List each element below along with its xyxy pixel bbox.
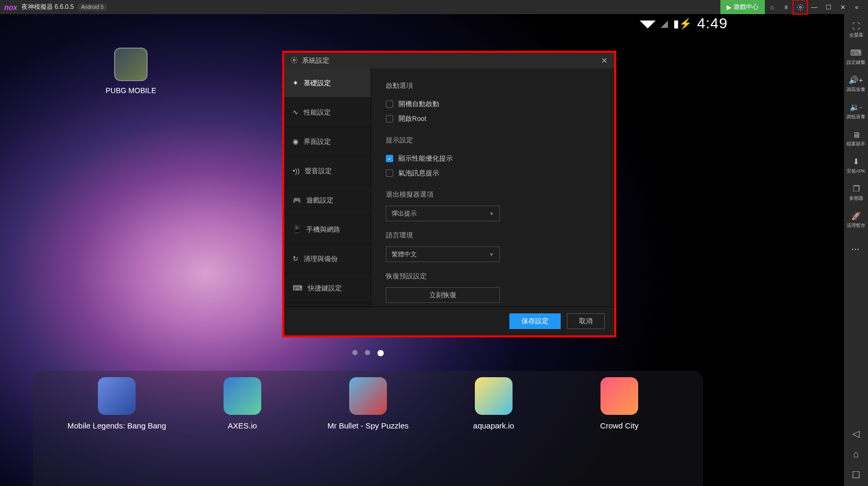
tab-icon: •)) xyxy=(293,167,299,175)
dialog-header: 系統設定 ✕ xyxy=(284,53,614,69)
settings-tab-7[interactable]: ⌨快捷鍵設定 xyxy=(284,274,371,303)
toolbar-label: 調低音量 xyxy=(847,114,865,120)
settings-tab-1[interactable]: ∿性能設定 xyxy=(284,98,371,127)
pubg-label: PUBG MOBILE xyxy=(94,86,168,95)
settings-tab-4[interactable]: 🎮遊戲設定 xyxy=(284,186,371,215)
annotation-arrow xyxy=(623,30,630,37)
collapse-sidebar-icon[interactable]: « xyxy=(850,0,864,14)
settings-tab-5[interactable]: 📱手機與網路 xyxy=(284,215,371,244)
right-toolbar: ⛶全螢幕⌨設定鍵盤🔊+調高音量🔉-調低音量🖥檔案助手⬇安裝APK❐多開器🚀清理暫… xyxy=(844,14,868,486)
dialog-content: 啟動選項 開機自動啟動 開啟Root 提示設定 ✓顯示性能優化提示 氣泡訊息提示… xyxy=(371,69,614,307)
dock-item-4[interactable]: Crowd City xyxy=(567,377,672,486)
cancel-button[interactable]: 取消 xyxy=(567,313,605,329)
checkbox-root[interactable]: 開啟Root xyxy=(386,111,599,126)
minimize-icon[interactable]: — xyxy=(807,0,821,14)
app-icon-pubg[interactable]: PUBG MOBILE xyxy=(94,48,168,95)
maximize-icon[interactable]: ☐ xyxy=(821,0,836,14)
tab-icon: ✶ xyxy=(293,79,298,87)
toolbar-icon: 🔊+ xyxy=(849,75,863,85)
toolbar-more[interactable]: ••• xyxy=(844,237,868,262)
toolbar-label: 安裝APK xyxy=(847,168,865,175)
dock-app-icon xyxy=(98,377,136,415)
settings-tab-6[interactable]: ↻清理與備份 xyxy=(284,244,371,274)
toolbar-item-1[interactable]: ⌨設定鍵盤 xyxy=(844,44,868,70)
select-exit-option[interactable]: 彈出提示▼ xyxy=(386,206,500,221)
tab-icon: 📱 xyxy=(293,225,301,233)
toolbar-icon: ⬇ xyxy=(853,157,860,166)
home-icon[interactable]: ⌂ xyxy=(853,449,859,460)
dialog-close-icon[interactable]: ✕ xyxy=(601,56,608,65)
system-settings-dialog: 系統設定 ✕ ✶基礎設定∿性能設定◉界面設定•))聲音設定🎮遊戲設定📱手機與網路… xyxy=(284,53,614,335)
dock-app-icon xyxy=(224,377,261,415)
dock-item-2[interactable]: Mr Bullet - Spy Puzzles xyxy=(316,377,420,486)
dock-app-icon xyxy=(600,377,638,415)
close-window-icon[interactable]: ✕ xyxy=(836,0,850,14)
chevron-down-icon: ▼ xyxy=(489,211,494,217)
toolbar-item-0[interactable]: ⛶全螢幕 xyxy=(844,17,868,42)
gear-icon xyxy=(291,56,298,65)
toolbar-item-4[interactable]: 🖥檔案助手 xyxy=(844,126,868,151)
menu-icon[interactable]: ≡ xyxy=(779,0,793,14)
save-button[interactable]: 保存設定 xyxy=(509,313,561,329)
tab-icon: ↻ xyxy=(293,255,298,263)
settings-tab-0[interactable]: ✶基礎設定 xyxy=(284,69,371,98)
dock-app-label: Crowd City xyxy=(567,421,672,430)
dock-app-icon xyxy=(349,377,387,415)
toolbar-item-6[interactable]: ❐多開器 xyxy=(844,180,868,206)
settings-tab-3[interactable]: •))聲音設定 xyxy=(284,156,371,186)
toolbar-item-5[interactable]: ⬇安裝APK xyxy=(844,153,868,178)
settings-icon[interactable] xyxy=(793,0,807,14)
page-indicator[interactable] xyxy=(352,350,384,356)
tab-icon: ◉ xyxy=(293,138,298,145)
recent-icon[interactable]: ☐ xyxy=(852,469,860,481)
section-reset: 恢復預設設定 xyxy=(386,272,599,281)
tab-icon: ∿ xyxy=(293,108,298,116)
section-startup: 啟動選項 xyxy=(386,81,599,91)
clock: 4:49 xyxy=(697,15,728,32)
toolbar-label: 設定鍵盤 xyxy=(847,59,865,66)
dock-item-0[interactable]: Mobile Legends: Bang Bang xyxy=(64,377,169,486)
toolbar-label: 清理暫存 xyxy=(847,222,865,229)
game-center-button[interactable]: ▶ 遊戲中心 xyxy=(720,0,765,14)
toolbar-icon: ❐ xyxy=(853,184,860,194)
dock-app-icon xyxy=(475,377,513,415)
dock-app-label: aquapark.io xyxy=(441,421,546,430)
toolbar-icon: 🖥 xyxy=(852,130,860,139)
toolbar-icon: 🚀 xyxy=(851,211,861,221)
chevron-down-icon: ▼ xyxy=(489,252,494,257)
signal-icon: ◢ xyxy=(661,18,668,29)
tab-icon: 🎮 xyxy=(293,196,301,204)
play-icon: ▶ xyxy=(727,4,731,11)
toolbar-item-3[interactable]: 🔉-調低音量 xyxy=(844,99,868,124)
dock-item-3[interactable]: aquapark.io xyxy=(441,377,546,486)
battery-icon: ▮⚡ xyxy=(673,17,692,30)
reset-button[interactable]: 立刻恢復 xyxy=(386,287,500,303)
dock: Mobile Legends: Bang BangAXES.ioMr Bulle… xyxy=(33,371,703,486)
window-titlebar: nox 夜神模擬器 6.6.0.5 Android 5 ▶ 遊戲中心 ⌂ ≡ —… xyxy=(0,0,868,14)
dialog-title: 系統設定 xyxy=(302,56,329,65)
dock-app-label: Mr Bullet - Spy Puzzles xyxy=(316,421,420,430)
checkbox-perf-hint[interactable]: ✓顯示性能優化提示 xyxy=(386,151,599,166)
toolbar-item-7[interactable]: 🚀清理暫存 xyxy=(844,208,868,233)
toolbar-label: 調高音量 xyxy=(847,86,865,93)
svg-line-2 xyxy=(628,34,630,37)
select-language[interactable]: 繁體中文▼ xyxy=(386,246,500,262)
checkbox-bubble-hint[interactable]: 氣泡訊息提示 xyxy=(386,166,599,180)
settings-tab-2[interactable]: ◉界面設定 xyxy=(284,127,371,156)
toolbar-label: 檔案助手 xyxy=(847,141,865,148)
wifi-icon: ◥◤ xyxy=(640,17,655,30)
android-badge: Android 5 xyxy=(78,4,107,10)
nox-logo: nox xyxy=(4,3,17,12)
checkbox-autostart[interactable]: 開機自動啟動 xyxy=(386,97,599,111)
dock-app-label: Mobile Legends: Bang Bang xyxy=(64,421,169,430)
dialog-sidebar: ✶基礎設定∿性能設定◉界面設定•))聲音設定🎮遊戲設定📱手機與網路↻清理與備份⌨… xyxy=(284,69,371,307)
section-language: 語言環境 xyxy=(386,231,599,240)
toolbar-item-2[interactable]: 🔊+調高音量 xyxy=(844,72,868,97)
dock-item-1[interactable]: AXES.io xyxy=(190,377,295,486)
home-icon[interactable]: ⌂ xyxy=(765,0,779,14)
back-icon[interactable]: ◁ xyxy=(852,428,860,439)
game-center-label: 遊戲中心 xyxy=(733,3,759,12)
toolbar-icon: ⛶ xyxy=(852,21,860,30)
app-title: 夜神模擬器 6.6.0.5 xyxy=(21,3,74,12)
toolbar-label: 多開器 xyxy=(849,195,863,202)
